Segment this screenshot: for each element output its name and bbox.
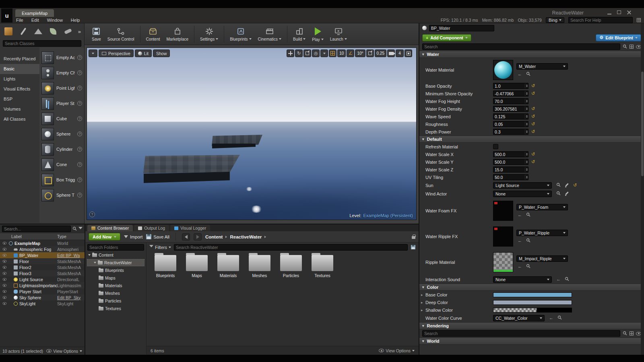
base-opacity-input[interactable] xyxy=(493,83,528,89)
spinner[interactable] xyxy=(525,159,528,165)
value-field[interactable] xyxy=(493,152,525,157)
tab-output-log[interactable]: Output Log xyxy=(134,225,169,231)
placeable-item[interactable]: Sphere? xyxy=(39,126,84,142)
shallow-color-swatch[interactable] xyxy=(493,308,572,313)
level-tab[interactable]: ExampleMap xyxy=(15,9,54,17)
outliner-row[interactable]: ExampleMapWorld xyxy=(0,240,85,246)
menu-edit[interactable]: Edit xyxy=(31,18,39,23)
tab-content-browser[interactable]: Content Browser xyxy=(87,225,133,231)
camera-speed-value[interactable]: 4 xyxy=(396,49,404,57)
tree-item-reactivewater[interactable]: ReactiveWater xyxy=(87,259,144,266)
outliner-row[interactable]: Sky SphereEdit BP_Sky xyxy=(0,294,85,300)
actor-name-input[interactable] xyxy=(429,25,494,31)
tab-visual-logger[interactable]: Visual Logger xyxy=(170,225,210,231)
value-field[interactable] xyxy=(493,121,525,127)
more-modes-icon[interactable]: » xyxy=(78,29,81,35)
ripple-material-thumbnail[interactable] xyxy=(493,252,513,272)
blueprints-button[interactable]: Blueprints xyxy=(227,23,254,45)
value-field[interactable] xyxy=(493,99,525,104)
edit-blueprint-link[interactable]: Edit BP_Wa xyxy=(57,253,83,258)
outliner-row-selected[interactable]: BP_WaterEdit BP_Wa xyxy=(0,252,85,258)
water-foam-fx-thumbnail[interactable] xyxy=(493,201,513,221)
tree-item-particles[interactable]: Particles xyxy=(87,298,144,304)
view-mode-button[interactable]: Lit xyxy=(135,49,152,57)
reset-icon[interactable]: ↺ xyxy=(531,84,535,88)
help-icon[interactable]: ? xyxy=(77,147,82,152)
place-mode-icon[interactable] xyxy=(3,26,14,37)
water-scale-y-input[interactable] xyxy=(493,159,528,165)
maximize-viewport-button[interactable] xyxy=(405,49,412,57)
water-fog-height-input[interactable] xyxy=(493,98,528,104)
grid-snap-value[interactable]: 10 xyxy=(337,49,346,57)
browse-icon[interactable] xyxy=(557,315,562,321)
tree-item-materials[interactable]: Materials xyxy=(87,282,144,289)
water-material-thumbnail[interactable] xyxy=(493,60,513,80)
floor-platform[interactable] xyxy=(143,155,241,173)
breadcrumb-root[interactable]: Content xyxy=(205,234,223,239)
back-button[interactable] xyxy=(182,233,190,241)
add-component-button[interactable]: +Add Component xyxy=(422,34,471,41)
build-button[interactable]: Build xyxy=(290,23,309,45)
outliner-row[interactable]: FloorStaticMeshA xyxy=(0,258,85,264)
min-shore-opacity-input[interactable] xyxy=(493,90,528,97)
rotate-tool-button[interactable]: ↻ xyxy=(295,49,303,57)
value-field[interactable] xyxy=(493,175,525,180)
browse-icon[interactable] xyxy=(565,277,569,282)
placeable-item[interactable]: Player St? xyxy=(39,96,84,111)
visibility-icon[interactable] xyxy=(2,260,6,263)
edit-blueprint-link[interactable]: Edit BP_Sky xyxy=(57,295,83,300)
browse-icon[interactable] xyxy=(556,183,561,188)
water-fog-density-input[interactable] xyxy=(493,106,528,112)
help-icon[interactable]: ? xyxy=(77,55,82,60)
folder-tile[interactable]: Meshes xyxy=(247,255,272,278)
spinner[interactable] xyxy=(525,121,528,127)
expander-icon[interactable] xyxy=(94,262,96,263)
visibility-icon[interactable] xyxy=(2,302,6,305)
visibility-icon[interactable] xyxy=(2,254,6,257)
cb-view-options-button[interactable]: View Options xyxy=(379,348,415,353)
asset-search-input[interactable] xyxy=(174,244,408,251)
placeable-item[interactable]: Cube? xyxy=(39,111,84,126)
details-scrollbar[interactable] xyxy=(641,23,644,355)
type-column-header[interactable]: Type xyxy=(57,234,66,239)
use-selected-icon[interactable]: ← xyxy=(518,72,522,76)
launch-button[interactable]: Launch xyxy=(327,23,350,45)
outliner-row[interactable]: SkyLightSkyLight xyxy=(0,300,85,306)
water-ripple-fx-thumbnail[interactable] xyxy=(493,226,513,247)
reset-icon[interactable]: ↺ xyxy=(531,91,535,96)
paint-mode-icon[interactable] xyxy=(18,26,29,37)
viewport-help-icon[interactable]: ? xyxy=(89,212,95,217)
help-icon[interactable]: ? xyxy=(77,116,82,121)
expander-icon[interactable] xyxy=(88,254,91,256)
value-field[interactable] xyxy=(493,159,525,165)
deep-color-swatch[interactable] xyxy=(493,300,572,305)
help-search-input[interactable] xyxy=(568,17,633,23)
help-settings-icon[interactable] xyxy=(637,18,641,22)
interaction-sound-dropdown[interactable]: None xyxy=(493,276,552,283)
help-icon[interactable]: ? xyxy=(77,193,82,197)
placeable-item[interactable]: Empty Ac? xyxy=(39,50,84,65)
placeable-item[interactable]: Cylinder? xyxy=(39,142,84,157)
water-scale-x-input[interactable] xyxy=(493,151,528,157)
details-search-input[interactable] xyxy=(422,43,620,50)
category-visual-effects[interactable]: Visual Effects xyxy=(0,84,39,94)
scale-tool-button[interactable] xyxy=(303,49,311,57)
value-field[interactable] xyxy=(493,106,525,111)
viewport[interactable]: Perspective Lit Show ↻ ◎ 10 ∠ 10° 0.25 4… xyxy=(87,47,417,220)
spinner[interactable] xyxy=(525,99,528,104)
value-field[interactable] xyxy=(493,167,525,172)
category-all-classes[interactable]: All Classes xyxy=(0,114,39,124)
water-material-dropdown[interactable]: M_Water xyxy=(516,63,568,70)
details-search-input-2[interactable] xyxy=(422,330,620,337)
level-name-link[interactable]: ExampleMap (Persistent) xyxy=(363,213,413,218)
foliage-mode-icon[interactable] xyxy=(48,26,58,37)
refresh-material-checkbox[interactable] xyxy=(493,144,498,149)
reset-icon[interactable]: ↺ xyxy=(531,130,535,134)
menu-file[interactable]: File xyxy=(16,18,23,23)
tree-item-maps[interactable]: Maps xyxy=(87,275,144,281)
browse-icon[interactable] xyxy=(526,72,530,77)
add-new-button[interactable]: Add New xyxy=(89,233,120,241)
category-bsp[interactable]: BSP xyxy=(0,94,39,104)
show-button[interactable]: Show xyxy=(153,49,170,57)
rotation-snap-button[interactable]: ∠ xyxy=(347,49,354,57)
